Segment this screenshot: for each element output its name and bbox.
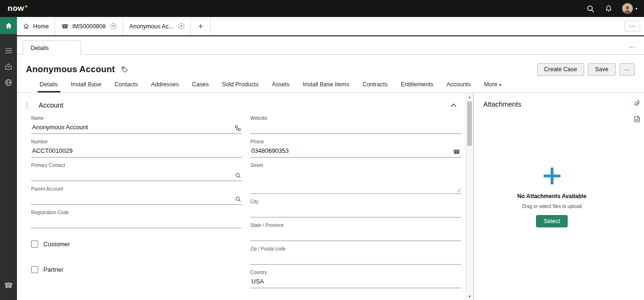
account-form-pane: ⋮ Account Name — [17, 93, 466, 300]
notifications-bell-icon[interactable] — [604, 4, 613, 13]
create-case-button[interactable]: Create Case — [537, 63, 584, 76]
select-files-button[interactable]: Select — [536, 215, 568, 227]
field-number: Number — [31, 139, 242, 158]
field-label: Number — [31, 139, 242, 144]
preview-record-icon[interactable] — [235, 125, 241, 131]
add-attachment-plus-icon[interactable] — [543, 167, 561, 185]
customer-checkbox[interactable] — [31, 241, 38, 248]
tag-icon[interactable] — [121, 66, 128, 73]
field-label: Name — [31, 116, 242, 121]
tab-cases[interactable]: Cases — [185, 79, 215, 92]
sidebar-phone-icon[interactable]: ☎ — [0, 277, 17, 293]
avatar-image — [622, 3, 633, 14]
tab-addresses[interactable]: Addresses — [144, 79, 185, 92]
avatar-caret-icon: ▾ — [636, 7, 637, 11]
tab-install-base-items[interactable]: Install Base Items — [296, 79, 356, 92]
country-input[interactable] — [250, 276, 461, 288]
record-more-actions-button[interactable]: ⋯ — [619, 63, 635, 76]
lookup-search-icon[interactable] — [235, 196, 241, 202]
field-website: Website — [250, 116, 461, 134]
website-input[interactable] — [250, 122, 461, 133]
home-icon — [23, 23, 29, 29]
street-textarea[interactable] — [250, 169, 461, 192]
scrollbar-track[interactable] — [466, 100, 473, 292]
field-label: Phone — [250, 139, 461, 144]
attachments-panel: Attachments No Attachments Available Dra… — [473, 93, 630, 300]
form-column-right: Website Phone ☎ — [250, 116, 461, 293]
section-kebab-icon[interactable]: ⋮ — [24, 102, 31, 108]
state-province-input[interactable] — [250, 229, 461, 241]
field-state-province: State / Province — [250, 223, 461, 241]
subtab-details[interactable]: Details — [23, 41, 81, 55]
form-scrollbar[interactable]: ▲ ▼ — [466, 93, 473, 300]
field-registration-code: Registration Code — [31, 210, 242, 228]
scroll-up-arrow[interactable]: ▲ — [466, 93, 473, 100]
tab-home-label: Home — [33, 23, 49, 30]
logo-dot — [25, 5, 27, 8]
field-parent-account: Parent Account — [31, 186, 242, 205]
tab-anonymous-account[interactable]: Anonymous Ac... ✕ — [123, 17, 191, 35]
tab-contracts[interactable]: Contracts — [356, 79, 395, 92]
paperclip-attachments-icon[interactable] — [634, 100, 640, 107]
field-zip-postal-code: Zip / Postal code — [250, 246, 461, 265]
record-header: Anonymous Account Create Case Save ⋯ — [17, 55, 644, 79]
document-icon[interactable] — [634, 116, 640, 123]
scroll-down-arrow[interactable]: ▼ — [466, 292, 473, 300]
tab-sold-products[interactable]: Sold Products — [215, 79, 265, 92]
account-section-header: ⋮ Account — [24, 101, 462, 109]
field-label: Website — [250, 116, 461, 121]
field-label: Registration Code — [31, 210, 242, 215]
tab-install-base[interactable]: Install Base — [64, 79, 108, 92]
tab-more[interactable]: More▾ — [477, 79, 508, 92]
tab-ims0000808[interactable]: ☎ IMS0000808 ✕ — [55, 17, 123, 35]
parent-account-input[interactable] — [31, 193, 242, 204]
new-tab-button[interactable]: + — [191, 17, 211, 35]
textarea-resize-handle-icon[interactable] — [457, 188, 461, 192]
field-label: Street — [250, 163, 461, 168]
sidebar-inbox-icon[interactable] — [0, 58, 17, 75]
partner-checkbox-row[interactable]: Partner — [31, 266, 242, 273]
field-primary-contact: Primary Contact — [31, 163, 242, 181]
field-phone: Phone ☎ — [250, 139, 461, 158]
lookup-search-icon[interactable] — [235, 173, 241, 178]
sidebar-globe-icon[interactable] — [0, 75, 17, 91]
tab-accounts[interactable]: Accounts — [440, 79, 477, 92]
field-label: City — [250, 199, 461, 204]
primary-contact-input[interactable] — [31, 169, 242, 181]
checkbox-label: Partner — [43, 266, 64, 273]
close-icon[interactable]: ✕ — [110, 23, 116, 29]
subtab-overflow-button[interactable]: ⋯ — [628, 43, 637, 54]
save-button[interactable]: Save — [588, 63, 616, 76]
tab-assets[interactable]: Assets — [265, 79, 297, 92]
number-input[interactable] — [31, 146, 242, 157]
customer-checkbox-row[interactable]: Customer — [31, 241, 242, 248]
tabstrip-overflow-button[interactable]: ⋯ — [624, 21, 640, 32]
tab-details[interactable]: Details — [34, 79, 64, 92]
checkbox-group: Customer Partner — [31, 241, 242, 273]
subtab-details-label: Details — [31, 45, 49, 51]
tab-home[interactable]: Home — [17, 17, 55, 35]
phone-icon[interactable]: ☎ — [453, 149, 460, 155]
field-label: Primary Contact — [31, 163, 242, 168]
field-label: State / Province — [250, 223, 461, 228]
user-avatar[interactable]: ▾ — [622, 3, 637, 14]
phone-icon: ☎ — [61, 23, 68, 30]
registration-code-input[interactable] — [31, 217, 242, 228]
sidebar-home-icon[interactable] — [0, 17, 17, 34]
name-input[interactable] — [31, 122, 242, 133]
sidebar-menu-icon[interactable] — [0, 42, 17, 58]
close-icon[interactable]: ✕ — [178, 23, 184, 29]
scrollbar-thumb[interactable] — [467, 101, 472, 146]
partner-checkbox[interactable] — [31, 266, 38, 273]
city-input[interactable] — [250, 206, 461, 217]
attachments-title: Attachments — [483, 100, 620, 108]
phone-input[interactable] — [250, 146, 461, 157]
section-collapse-chevron-icon[interactable] — [451, 103, 456, 107]
zip-postal-code-input[interactable] — [250, 253, 461, 264]
tab-anonymous-label: Anonymous Ac... — [129, 23, 173, 30]
search-icon[interactable] — [586, 4, 595, 13]
tabstrip-spacer — [211, 17, 620, 35]
logo-text: now — [8, 4, 24, 13]
tab-entitlements[interactable]: Entitlements — [394, 79, 440, 92]
tab-contacts[interactable]: Contacts — [108, 79, 144, 92]
